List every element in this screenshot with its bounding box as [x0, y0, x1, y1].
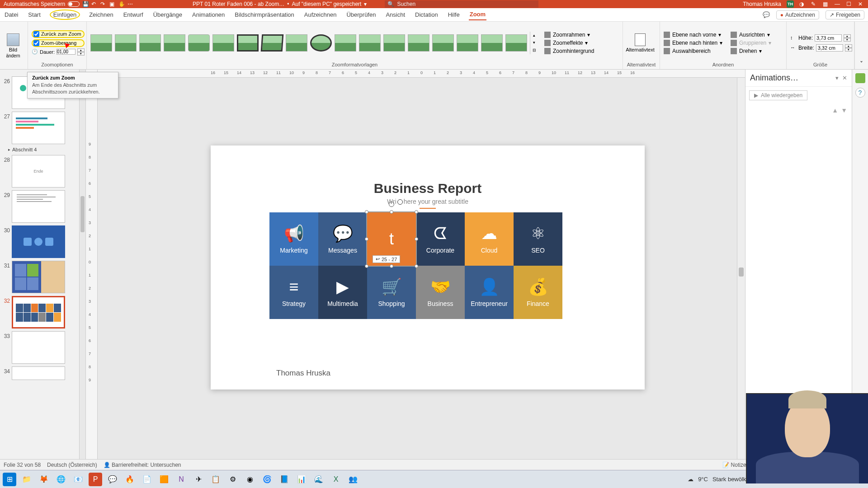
anim-up-icon[interactable]: ▲	[832, 107, 838, 114]
style-12[interactable]	[359, 34, 381, 52]
group-button[interactable]: Gruppieren▾	[731, 40, 771, 46]
app-icon-7[interactable]: ◉	[243, 473, 257, 486]
app-icon-1[interactable]: 💬	[106, 473, 119, 486]
title-dropdown-icon[interactable]: ▾	[364, 1, 367, 7]
slide-thumb-29[interactable]	[12, 190, 65, 223]
save-icon[interactable]: 💾	[82, 1, 89, 7]
powerpoint-icon[interactable]: P	[89, 473, 102, 486]
user-avatar[interactable]: TH	[787, 0, 794, 8]
designer-icon[interactable]	[855, 73, 865, 83]
style-2[interactable]	[115, 34, 137, 52]
redo-icon[interactable]: ↷	[100, 1, 107, 7]
app-icon-10[interactable]: 📊	[295, 473, 308, 486]
tab-file[interactable]: Datei	[4, 9, 19, 20]
duration-field[interactable]: 🕐Dauer: ▴▾	[32, 48, 85, 56]
explorer-icon[interactable]: 📁	[20, 473, 33, 486]
style-6[interactable]	[212, 34, 234, 52]
tab-animations[interactable]: Animationen	[191, 9, 226, 20]
tab-help[interactable]: Hilfe	[447, 9, 461, 20]
share-button[interactable]: ↗Freigeben	[826, 10, 864, 19]
thumbnail-scrollbar[interactable]	[79, 70, 85, 473]
tile-shopping[interactable]: 🛒Shopping	[367, 266, 416, 319]
app-icon-3[interactable]: 📄	[140, 473, 154, 486]
style-18[interactable]	[505, 34, 527, 52]
window-icon[interactable]: ▦	[823, 1, 829, 7]
zoom-transition-checkbox[interactable]: Zoom-übergang	[32, 39, 85, 47]
style-1[interactable]	[90, 34, 112, 52]
tab-transitions[interactable]: Übergänge	[152, 9, 183, 20]
style-17[interactable]	[481, 34, 503, 52]
style-5[interactable]	[188, 34, 210, 52]
height-field[interactable]: ↕Höhe:▴▾	[790, 34, 852, 42]
slide-subtitle[interactable]: Wrihere your great subtitle	[211, 198, 645, 209]
gallery-more-button[interactable]: ▴▾⊟	[530, 32, 538, 54]
close-icon[interactable]: ✕	[858, 1, 864, 7]
outlook-icon[interactable]: 📧	[71, 473, 85, 486]
coming-soon-icon[interactable]: ◑	[799, 1, 806, 7]
pane-dropdown-icon[interactable]: ▾	[835, 75, 839, 81]
tab-view[interactable]: Ansicht	[385, 9, 406, 20]
comments-icon[interactable]: 💬	[763, 11, 770, 18]
autosave-toggle[interactable]	[68, 1, 80, 7]
style-3[interactable]	[139, 34, 161, 52]
tab-insert[interactable]: Einfügen	[50, 9, 80, 20]
slide-thumb-28[interactable]: Ende	[12, 155, 65, 188]
undo-icon[interactable]: ↶	[91, 1, 98, 7]
zoom-style-gallery[interactable]: ▴▾⊟ Zoomrahmen▾ Zoomeffekte▾ Zoomhinterg…	[90, 23, 619, 62]
tab-record[interactable]: Aufzeichnen	[303, 9, 338, 20]
onenote-icon[interactable]: N	[175, 473, 188, 486]
tile-messages[interactable]: 💬Messages	[318, 212, 367, 266]
style-13[interactable]	[383, 34, 405, 52]
pen-icon[interactable]: ✎	[811, 1, 817, 7]
play-all-button[interactable]: ▶Alle wiedergeben	[749, 90, 807, 100]
style-8[interactable]	[261, 34, 284, 52]
app-icon-9[interactable]: 📘	[278, 473, 291, 486]
tab-slideshow[interactable]: Bildschirmpräsentation	[234, 9, 295, 20]
firefox-icon[interactable]: 🦊	[37, 473, 51, 486]
tab-design[interactable]: Entwurf	[123, 9, 144, 20]
tab-dictation[interactable]: Dictation	[414, 9, 439, 20]
width-field[interactable]: ↔Breite:▴▾	[790, 44, 852, 52]
tab-draw[interactable]: Zeichnen	[88, 9, 114, 20]
tile-strategy[interactable]: ≡Strategy	[269, 266, 318, 319]
style-11[interactable]	[335, 34, 356, 52]
align-button[interactable]: Ausrichten▾	[731, 32, 771, 38]
tile-seo[interactable]: ⚛SEO	[514, 212, 562, 266]
style-9[interactable]	[286, 34, 307, 52]
tile-finance[interactable]: 💰Finance	[514, 266, 562, 319]
slide-counter[interactable]: Folie 32 von 58	[4, 462, 41, 468]
tile-business[interactable]: 🤝Business	[416, 266, 465, 319]
width-input[interactable]	[816, 44, 843, 52]
slide-thumb-33[interactable]	[12, 331, 65, 364]
qat-more-icon[interactable]: ⋯	[127, 1, 134, 7]
language-status[interactable]: Deutsch (Österreich)	[47, 462, 97, 468]
slide-thumb-27[interactable]	[12, 112, 65, 144]
edge-icon[interactable]: 🌊	[312, 473, 326, 486]
touch-icon[interactable]: ✋▾	[118, 1, 125, 7]
slide-thumb-30[interactable]	[12, 225, 65, 258]
app-icon-5[interactable]: 📋	[209, 473, 222, 486]
bring-forward-button[interactable]: Ebene nach vorne▾	[664, 32, 722, 38]
slide-thumb-32[interactable]	[12, 296, 65, 328]
selection-pane-button[interactable]: Auswahlbereich	[664, 48, 722, 54]
teams-icon[interactable]: 👥	[346, 473, 360, 486]
zoom-effects-button[interactable]: Zoomeffekte▾	[544, 40, 594, 46]
canvas-scrollbar[interactable]	[737, 78, 745, 473]
slide[interactable]: Business Report Wrihere your great subti…	[211, 145, 645, 389]
duration-input[interactable]	[57, 49, 75, 55]
pane-close-icon[interactable]: ✕	[842, 75, 847, 81]
style-16[interactable]	[457, 34, 478, 52]
app-icon-4[interactable]: 🟧	[157, 473, 171, 486]
tab-start[interactable]: Start	[27, 9, 41, 20]
alt-text-button[interactable]: Alternativtext	[627, 33, 654, 52]
tab-review[interactable]: Überprüfen	[345, 9, 377, 20]
anim-down-icon[interactable]: ▼	[841, 107, 847, 114]
search-box[interactable]: 🔍 Suchen	[385, 0, 538, 8]
present-icon[interactable]: ▣	[109, 1, 116, 7]
tile-multimedia[interactable]: ▶Multimedia	[318, 266, 367, 319]
collapse-ribbon-icon[interactable]: ˅	[860, 60, 863, 67]
style-10[interactable]	[310, 34, 332, 52]
change-image-button[interactable]: Bild ändern	[4, 33, 23, 58]
weather-temp[interactable]: 9°C	[698, 476, 708, 483]
tile-entrepreneur[interactable]: 👤Entrepreneur	[465, 266, 514, 319]
